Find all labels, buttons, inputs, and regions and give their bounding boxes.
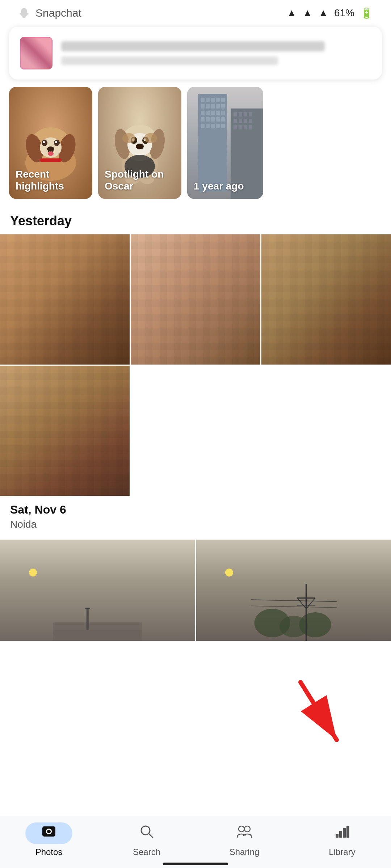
svg-rect-57 <box>244 112 247 116</box>
photo-grid-item-1[interactable] <box>0 234 130 365</box>
svg-rect-37 <box>216 104 220 109</box>
svg-rect-32 <box>216 98 220 102</box>
notification-blurred-line1 <box>61 41 325 51</box>
nav-sharing-bg <box>232 822 257 844</box>
svg-point-8 <box>55 141 57 143</box>
memory-card-spotlight-oscar[interactable]: Spotlight on Oscar <box>98 87 181 199</box>
sun-dot-2 <box>225 569 233 576</box>
location-section: Sat, Nov 6 Noida <box>0 496 391 540</box>
svg-rect-42 <box>216 111 220 115</box>
svg-rect-39 <box>201 111 205 115</box>
svg-rect-50 <box>206 124 210 128</box>
memory-card-1-year-ago[interactable]: 1 year ago <box>187 87 263 199</box>
svg-rect-34 <box>201 104 205 109</box>
search-icon <box>139 824 154 843</box>
svg-rect-48 <box>221 117 225 122</box>
svg-rect-41 <box>211 111 215 115</box>
svg-rect-53 <box>221 124 225 128</box>
memory-card-label-2: Spotlight on Oscar <box>105 168 175 192</box>
strip-photo-2[interactable] <box>196 540 391 641</box>
location-date: Sat, Nov 6 <box>10 503 381 516</box>
location-name: Noida <box>10 519 381 530</box>
svg-rect-61 <box>244 119 247 123</box>
photo-grid-item-5 <box>131 366 391 496</box>
nav-search-bg <box>134 822 159 844</box>
signal-icon2: ▲ <box>318 7 328 19</box>
nav-sharing-label: Sharing <box>230 847 260 857</box>
sun-dot-1 <box>29 569 37 576</box>
yesterday-photo-grid <box>0 234 391 496</box>
svg-line-79 <box>251 600 336 601</box>
svg-line-82 <box>300 682 337 740</box>
memory-card-recent-highlights[interactable]: Recent highlights <box>9 87 92 199</box>
status-bar: Snapchat ▲ ▲ ▲ 61% 🔋 <box>0 0 391 23</box>
svg-point-22 <box>122 133 135 143</box>
svg-point-23 <box>144 133 157 143</box>
sharing-icon <box>236 824 253 843</box>
svg-rect-68 <box>87 608 89 630</box>
notification-text-block <box>61 41 371 65</box>
photo-grid-item-2[interactable] <box>131 234 260 365</box>
red-arrow-indicator <box>290 678 348 752</box>
photo-grid-item-4[interactable] <box>0 366 130 496</box>
svg-rect-47 <box>216 117 220 122</box>
svg-rect-29 <box>201 98 205 102</box>
pixelation-overlay-1 <box>0 234 130 365</box>
svg-rect-65 <box>244 125 247 129</box>
strip-photo-1[interactable] <box>0 540 195 641</box>
svg-rect-44 <box>201 117 205 122</box>
bottom-nav: Photos Search <box>0 815 391 868</box>
svg-rect-58 <box>249 112 252 116</box>
nav-item-search[interactable]: Search <box>98 822 196 857</box>
signal-icon: ▲ <box>303 7 313 19</box>
svg-rect-38 <box>221 104 225 109</box>
nav-photos-bg <box>25 822 72 844</box>
photos-icon <box>41 824 56 843</box>
memory-cards-row: Recent highlights <box>0 87 391 199</box>
svg-rect-11 <box>40 158 62 162</box>
nav-library-label: Library <box>329 847 355 857</box>
svg-line-80 <box>251 606 336 608</box>
nav-item-photos[interactable]: Photos <box>0 822 98 857</box>
svg-point-21 <box>136 144 144 149</box>
notification-blurred-line2 <box>61 56 278 65</box>
svg-rect-56 <box>239 112 242 116</box>
svg-point-86 <box>47 830 51 833</box>
svg-point-73 <box>299 612 331 637</box>
memory-card-label-3: 1 year ago <box>194 180 257 192</box>
nav-item-sharing[interactable]: Sharing <box>196 822 293 857</box>
svg-point-10 <box>48 152 54 156</box>
memory-card-label-1: Recent highlights <box>16 168 86 192</box>
svg-rect-63 <box>234 125 237 129</box>
svg-rect-36 <box>211 104 215 109</box>
svg-rect-46 <box>211 117 215 122</box>
notification-card[interactable] <box>9 27 382 80</box>
svg-rect-31 <box>211 98 215 102</box>
svg-rect-52 <box>216 124 220 128</box>
svg-rect-28 <box>198 94 227 192</box>
battery-icon: 🔋 <box>360 7 373 19</box>
photo-grid-item-3[interactable] <box>261 234 391 365</box>
pixelation-overlay-3 <box>261 234 391 365</box>
svg-rect-91 <box>336 834 339 838</box>
svg-rect-64 <box>239 125 242 129</box>
nav-library-bg <box>329 822 355 844</box>
svg-rect-70 <box>53 630 142 641</box>
svg-rect-94 <box>346 826 349 838</box>
nav-item-library[interactable]: Library <box>293 822 391 857</box>
yesterday-header: Yesterday <box>0 210 391 234</box>
svg-point-90 <box>244 826 250 832</box>
svg-line-88 <box>149 834 153 838</box>
svg-rect-55 <box>234 112 237 116</box>
notification-avatar <box>20 37 52 69</box>
svg-rect-93 <box>343 828 346 838</box>
nav-search-label: Search <box>133 847 160 857</box>
svg-point-7 <box>43 141 45 143</box>
landscape-1 <box>0 600 195 641</box>
pixelation-overlay-4 <box>0 366 130 496</box>
svg-rect-51 <box>211 124 215 128</box>
svg-rect-35 <box>206 104 210 109</box>
svg-rect-45 <box>206 117 210 122</box>
svg-rect-30 <box>206 98 210 102</box>
svg-rect-43 <box>221 111 225 115</box>
